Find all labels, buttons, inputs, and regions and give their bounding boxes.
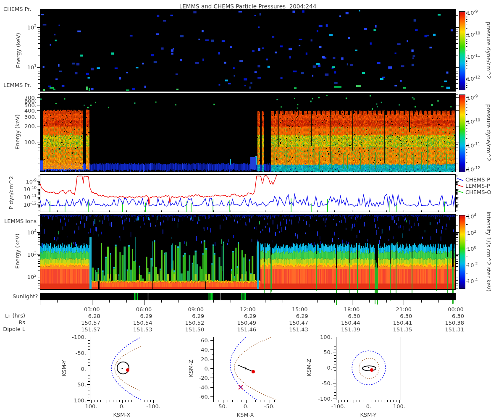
orbit_xy-xtick: -100. [146,404,160,409]
row-label-dipole-l: Dipole L [3,326,25,332]
dipole-l-value: 151.43 [289,327,308,332]
rs-value: 150.44 [341,320,360,326]
panel2-ytick: 100. [24,139,37,145]
panel4-ytick: 103 [27,252,37,257]
time-tick-label: 18:00 [344,307,360,312]
colorbar1-unit-label: pressure dyne/cm^2 [486,22,491,79]
lt-value: 6.29 [140,313,152,319]
colorbar2-unit-label: pressure dyne/cm^2 [486,104,491,161]
panel2-ylabel: Energy (keV) [15,114,20,150]
dipole-l-value: 151.57 [81,327,100,332]
lt-value: 6.30 [452,313,464,319]
panel2-title: LEMMS Pr. [3,82,31,88]
legend-item-lemms-p: LEMMS-P [465,183,490,189]
orbit_xy-ytick: -50. [76,350,86,355]
orbit-xy-xlabel: KSM-X [113,412,131,417]
panel1-ytick: 102 [27,24,37,30]
time-tick-label: 03:00 [84,307,100,312]
lt-value: 6.29 [296,313,308,319]
plots-canvas [0,0,504,420]
lt-value: 6.30 [400,313,412,319]
row-label-lt: LT (hrs) [5,313,25,318]
row-label-rs: Rs [18,320,25,325]
panel3-ytick: 10-11 [24,194,37,200]
dipole-l-value: 151.46 [237,327,257,332]
orbit-xy-ylabel: KSM-Y [61,360,67,376]
legend-item-chems-o: CHEMS-O [465,189,491,195]
rs-value: 150.54 [133,320,152,326]
orbit-yz-xlabel: KSM-Y [360,412,376,417]
colorbar4-tick: 104 [467,213,476,219]
time-tick-label: 12:00 [240,307,255,312]
colorbar1-tick: 10-9 [467,10,478,16]
dipole-l-value: 151.35 [393,327,412,332]
panel3-ytick: 10-12 [24,202,37,207]
orbit_yz-xtick: 0. [366,404,371,409]
legend-item-chems-p: CHEMS-P [465,177,490,182]
orbit_xz-xtick: 50. [218,404,227,409]
orbit_yz-ytick: -50. [322,380,332,386]
orbit-yz-ylabel: KSM-Z [306,359,312,376]
panel1-ylabel: Energy (keV) [16,33,21,68]
panel4-ytick: 102 [27,274,37,280]
time-tick-label: 15:00 [292,307,307,312]
colorbar2-tick: 10-10 [467,118,480,124]
orbit_xz-ytick: 40. [201,347,210,352]
orbit-xz-xlabel: KSM-X [237,412,254,417]
colorbar1-tick: 10-12 [467,76,480,81]
panel1-title: CHEMS Pr. [3,6,32,12]
panel4-title: LEMMS Ions [4,218,37,224]
panel4-ytick: 104 [27,229,37,235]
orbit_xz-xtick: 0. [244,404,249,409]
lt-value: 6.28 [88,313,100,319]
colorbar1-tick: 10-10 [467,32,480,37]
colorbar4-unit-label: intensity 1/(s cm^2 ster keV) [486,212,491,292]
lt-value: 6.29 [192,313,204,319]
orbit_xz-ytick: 60. [201,337,210,343]
panel1-ytick: 101 [27,64,37,70]
orbit_xy-ytick: -100. [72,334,86,340]
rs-value: 150.38 [445,320,465,326]
rs-value: 150.49 [237,320,257,326]
rs-value: 150.57 [81,320,100,326]
panel2-ytick: 400. [24,108,37,113]
time-tick-label: 06:00 [136,307,152,312]
colorbar4-tick: 100 [467,246,476,252]
dipole-l-value: 151.39 [341,327,360,332]
time-tick-label: 21:00 [396,307,412,312]
orbit_yz-ytick: 100. [320,334,332,339]
colorbar2-tick: 10-9 [467,94,478,100]
orbit_xy-xtick: 100. [85,404,97,409]
panel2-ytick: 300. [24,114,37,120]
orbit_yz-ytick: 50. [323,349,332,355]
orbit_xz-ytick: -40. [199,384,210,390]
rs-value: 150.52 [185,320,205,326]
orbit_xy-ytick: 100. [74,398,86,403]
colorbar4-tick: 10-2 [467,262,478,268]
colorbar2-tick: 10-11 [467,142,480,148]
orbit_xy-xtick: 0. [120,404,125,409]
orbit_xz-ytick: -60. [199,394,210,399]
time-tick-label: 00:00 [448,307,463,312]
page-title: LEMMS and CHEMS Particle Pressures 2004:… [179,4,317,10]
dipole-l-value: 151.50 [185,327,205,332]
orbit_xz-ytick: -20. [199,375,210,381]
orbit_xz-ytick: 20. [201,356,210,362]
orbit_yz-xtick: -100. [331,404,346,409]
orbit_yz-ytick: -100. [318,396,332,401]
panel4-ylabel: Energy (keV) [15,234,20,269]
orbit_xy-ytick: 50. [77,382,86,387]
rs-value: 150.41 [393,320,412,326]
orbit_xy-ytick: 0. [81,366,86,371]
time-tick-label: 09:00 [188,307,204,312]
colorbar4-tick: 10-4 [467,278,478,284]
panel3-ytick: 10-9 [26,178,37,184]
orbit_yz-xtick: 100. [393,404,405,409]
orbit_xz-ytick: 0. [205,366,210,371]
lt-value: 6.30 [348,313,360,319]
colorbar2-tick: 10-12 [467,166,480,172]
orbit_yz-ytick: 0. [327,365,332,370]
colorbar1-tick: 10-11 [467,53,480,59]
lemms-chems-plot-page: { "title": "LEMMS and CHEMS Particle Pre… [0,0,504,420]
panel2-ytick: 200. [24,123,37,129]
